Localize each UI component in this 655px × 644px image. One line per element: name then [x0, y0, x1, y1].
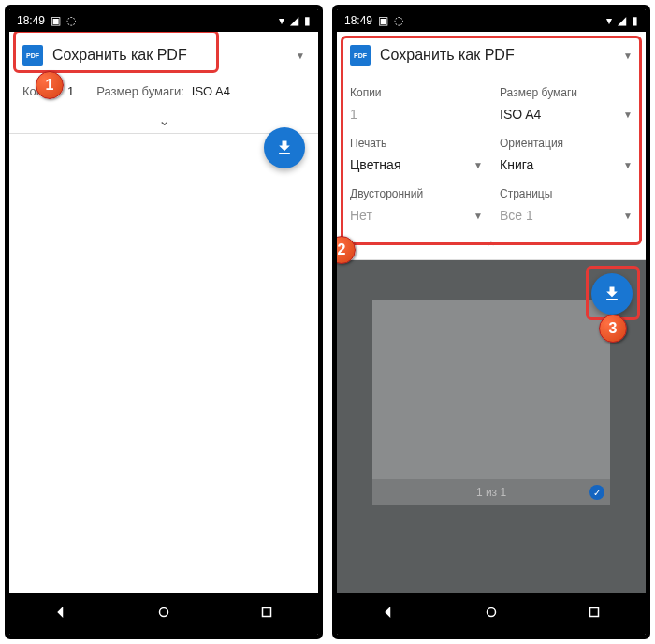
statusbar-whatsapp-icon: ◌: [66, 14, 76, 27]
back-button[interactable]: [52, 604, 69, 624]
phone-screenshot-right: 18:49 ▣ ◌ ▾ ◢ ▮ PDF Сохранить как PDF ▼ …: [332, 5, 650, 639]
wifi-icon: ▾: [606, 14, 612, 27]
signal-icon: ◢: [618, 14, 626, 27]
summary-copies-value: 1: [67, 84, 74, 98]
summary-paper-label: Размер бумаги:: [96, 84, 184, 98]
setting-duplex[interactable]: Двусторонний Нет ▼: [350, 187, 483, 223]
chevron-down-icon: ⌄: [158, 111, 170, 129]
page-selected-check-icon[interactable]: ✓: [590, 485, 604, 500]
recents-button[interactable]: [258, 604, 275, 624]
home-button[interactable]: [483, 604, 500, 624]
annotation-marker-3: 3: [599, 315, 627, 343]
content-area-left: PDF Сохранить как PDF ▼ Копии: 1 Размер …: [9, 32, 318, 593]
destination-label: Сохранить как PDF: [52, 47, 286, 64]
android-navbar: [9, 593, 318, 635]
page-counter: 1 из 1: [476, 486, 506, 499]
home-button[interactable]: [155, 604, 172, 624]
battery-icon: ▮: [304, 14, 311, 27]
statusbar-time: 18:49: [17, 14, 45, 27]
expand-settings-button[interactable]: ⌄: [9, 108, 318, 134]
status-bar: 18:49 ▣ ◌ ▾ ◢ ▮: [337, 9, 646, 32]
pdf-icon: PDF: [350, 45, 371, 66]
print-settings-panel: Копии 1 Размер бумаги ISO A4 ▼ Печать Цв…: [337, 79, 646, 234]
svg-rect-3: [590, 608, 599, 617]
content-area-right: PDF Сохранить как PDF ▼ Копии 1 Размер б…: [337, 32, 646, 593]
statusbar-time: 18:49: [344, 14, 372, 27]
setting-color[interactable]: Печать Цветная ▼: [350, 137, 483, 172]
chevron-down-icon: ▼: [623, 110, 633, 120]
chevron-down-icon: ▼: [623, 211, 633, 221]
status-bar: 18:49 ▣ ◌ ▾ ◢ ▮: [9, 9, 318, 32]
collapse-settings-button[interactable]: ⌃: [337, 234, 646, 260]
destination-label: Сохранить как PDF: [380, 47, 614, 64]
statusbar-app-icon: ▣: [378, 14, 388, 27]
svg-point-2: [488, 608, 496, 617]
chevron-up-icon: ⌃: [486, 240, 497, 255]
wifi-icon: ▾: [279, 14, 284, 27]
back-button[interactable]: [380, 604, 397, 624]
statusbar-app-icon: ▣: [51, 14, 61, 27]
save-pdf-fab[interactable]: [591, 273, 633, 315]
setting-orientation[interactable]: Ориентация Книга ▼: [500, 137, 633, 172]
signal-icon: ◢: [290, 14, 298, 27]
chevron-down-icon: ▼: [296, 51, 305, 61]
battery-icon: ▮: [632, 14, 638, 27]
svg-point-0: [160, 608, 168, 617]
annotation-marker-1: 1: [36, 71, 64, 99]
setting-copies[interactable]: Копии 1: [350, 86, 483, 122]
chevron-down-icon: ▼: [473, 211, 483, 221]
chevron-down-icon: ▼: [473, 160, 483, 170]
recents-button[interactable]: [586, 604, 603, 624]
destination-selector[interactable]: PDF Сохранить как PDF ▼: [337, 32, 646, 79]
statusbar-whatsapp-icon: ◌: [394, 14, 403, 27]
setting-pages[interactable]: Страницы Все 1 ▼: [500, 187, 633, 223]
preview-page-1[interactable]: 1 из 1 ✓: [372, 300, 609, 505]
pdf-icon: PDF: [22, 45, 43, 66]
phone-screenshot-left: 18:49 ▣ ◌ ▾ ◢ ▮ PDF Сохранить как PDF ▼ …: [5, 5, 323, 639]
summary-paper-value: ISO A4: [192, 84, 230, 98]
save-pdf-fab[interactable]: [264, 127, 305, 168]
chevron-down-icon: ▼: [623, 51, 633, 61]
chevron-down-icon: ▼: [623, 160, 633, 170]
android-navbar: [337, 593, 646, 635]
setting-paper-size[interactable]: Размер бумаги ISO A4 ▼: [500, 86, 633, 122]
svg-rect-1: [263, 608, 271, 617]
